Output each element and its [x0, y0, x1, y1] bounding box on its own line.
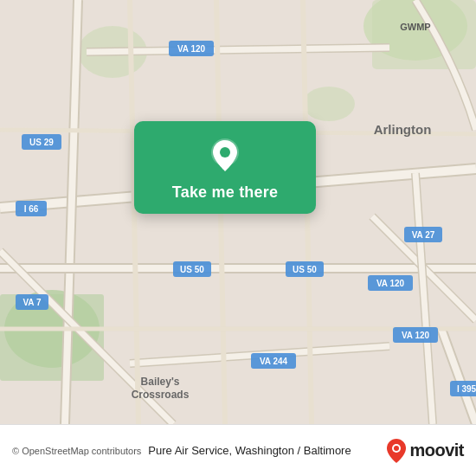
- moovit-logo-text: moovit: [409, 441, 464, 460]
- svg-text:Arlington: Arlington: [374, 122, 432, 137]
- svg-text:Bailey's: Bailey's: [141, 376, 180, 388]
- svg-text:US 29: US 29: [29, 138, 54, 147]
- svg-text:GWMP: GWMP: [400, 22, 430, 32]
- svg-text:VA 120: VA 120: [177, 44, 206, 54]
- svg-point-61: [394, 446, 399, 451]
- location-card[interactable]: Take me there: [134, 121, 316, 214]
- svg-point-59: [220, 147, 230, 158]
- credit-text: © OpenStreetMap contributors: [12, 446, 141, 456]
- svg-point-6: [303, 87, 355, 121]
- openstreetmap-credit: © OpenStreetMap contributors: [12, 446, 141, 456]
- svg-text:VA 120: VA 120: [376, 279, 405, 288]
- map-container: VA 120 US 29 I 66 I 66 VA 7 US 50 US 50 …: [0, 0, 476, 424]
- bottom-bar: © OpenStreetMap contributors Pure Air Se…: [0, 424, 476, 476]
- moovit-logo: moovit: [387, 439, 464, 463]
- moovit-pin-icon: [387, 439, 406, 463]
- place-name-text: Pure Air Service, Washington / Baltimore: [148, 444, 351, 457]
- svg-text:US 50: US 50: [293, 265, 317, 274]
- svg-text:I 395: I 395: [457, 384, 476, 394]
- place-info: Pure Air Service, Washington / Baltimore: [148, 444, 387, 457]
- svg-text:VA 120: VA 120: [402, 331, 430, 340]
- svg-text:VA 244: VA 244: [260, 357, 288, 366]
- location-pin-icon: [206, 137, 244, 175]
- svg-text:VA 7: VA 7: [23, 298, 42, 307]
- svg-text:VA 27: VA 27: [412, 230, 435, 240]
- svg-text:US 50: US 50: [180, 265, 204, 274]
- svg-text:I 66: I 66: [24, 204, 39, 214]
- take-me-there-button-label: Take me there: [172, 183, 278, 202]
- svg-text:Crossroads: Crossroads: [132, 389, 190, 401]
